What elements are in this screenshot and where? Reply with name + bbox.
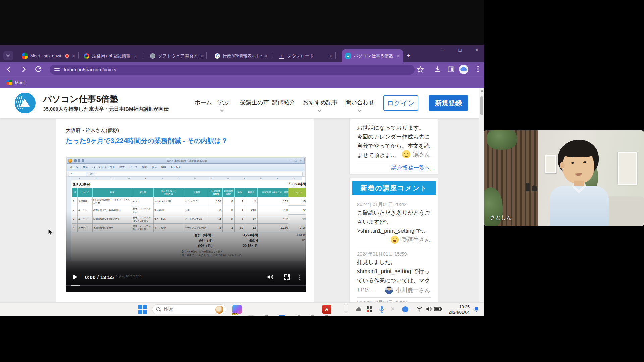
battery-icon[interactable] [434, 307, 442, 311]
tab-label: 行政API情報表示 | e- [223, 53, 262, 59]
start-button[interactable] [138, 305, 147, 314]
tab-houmukyoku[interactable]: 法務局 api 登記情報 × [80, 49, 143, 62]
person-ear [560, 162, 565, 169]
site-logo[interactable] [15, 93, 36, 113]
globe-icon [150, 53, 155, 59]
chevron-down-icon [6, 53, 10, 57]
address-bar[interactable]: forum.pc5bai.com/voice/ [50, 65, 415, 75]
play-icon[interactable] [73, 274, 77, 280]
tab-label: Meet - saz-enwt-i [30, 53, 62, 58]
participant-name-label: さとしん [490, 214, 512, 221]
nav-student-voice[interactable]: 受講生の声 [240, 99, 269, 106]
comment-date: 2024年01月01日 15:59 [357, 251, 407, 257]
author-name: 受講生さん [401, 236, 430, 244]
nav-contact[interactable]: 問い合わせ [345, 99, 374, 106]
tab-gyousei-api[interactable]: G 行政API情報表示 | e- × [211, 49, 271, 62]
open-app-indicator [265, 315, 268, 316]
scrollbar-thumb[interactable] [480, 96, 483, 115]
tab-separator [335, 52, 336, 59]
webcam-tile[interactable]: さとしん [484, 130, 644, 226]
article-location: 大阪府 - 鈴木さん(仮称) [66, 127, 119, 134]
maximize-button[interactable]: □ [455, 47, 465, 53]
comment-author: 受講生さん [391, 236, 430, 244]
nav-learn[interactable]: 学ぶ [217, 99, 229, 106]
tab-separator [271, 52, 271, 59]
menu-kebab-icon[interactable] [474, 64, 482, 73]
taskbar-clock[interactable]: 10:25 2024/01/04 [446, 304, 470, 315]
scroll-up-icon[interactable] [481, 89, 483, 92]
close-icon[interactable]: × [329, 53, 332, 59]
video-progress-bar[interactable] [66, 285, 306, 286]
divider [357, 248, 431, 248]
wifi-icon[interactable] [416, 306, 423, 312]
pc5bai-icon [345, 53, 351, 59]
tab-downloads[interactable]: ↓ ダウンロード × [276, 49, 335, 62]
clock-time: 10:25 [446, 304, 470, 310]
recording-icon [65, 54, 69, 58]
forward-icon[interactable] [19, 65, 28, 74]
browser-toolbar: forum.pc5bai.com/voice/ [0, 62, 484, 77]
acrobat-button[interactable]: A [322, 305, 331, 314]
tray-expand-button[interactable] [346, 306, 346, 312]
reload-icon[interactable] [34, 65, 43, 74]
participant-person [540, 140, 614, 226]
article-title-link[interactable]: たった9ヶ月で3,224時間分の業務削減 - その内訳は？ [66, 136, 228, 145]
search-daily-image [215, 306, 223, 314]
course-post-list-link[interactable]: 講座投稿一覧へ [391, 164, 430, 172]
task-view-button[interactable] [247, 314, 257, 316]
copilot-button[interactable]: PRE [232, 305, 242, 314]
video-menu-kebab-icon[interactable] [299, 275, 300, 280]
notification-bell-icon[interactable] [473, 306, 480, 313]
url-text: forum.pc5bai.com/voice/ [64, 67, 116, 72]
chevron-down-icon [358, 108, 361, 112]
author-name: 小川慶一さん [396, 286, 430, 294]
volume-icon[interactable] [266, 273, 274, 281]
site-info-icon[interactable] [54, 68, 60, 72]
bookmarks-bar: Meet [0, 77, 484, 88]
tab-meet[interactable]: Meet - saz-enwt-i × [19, 49, 78, 62]
fullscreen-icon[interactable] [284, 274, 290, 280]
microphone-icon[interactable] [379, 306, 384, 313]
onedrive-icon[interactable] [355, 306, 363, 312]
tab-pc5bai-active[interactable]: パソコン仕事５倍塾の受 × [342, 49, 403, 62]
window-controls: ─ □ × [438, 47, 481, 53]
split-screen-icon[interactable] [447, 65, 455, 74]
back-icon[interactable] [5, 65, 13, 74]
app-grid-icon[interactable] [367, 306, 373, 312]
blue-dot-app-icon[interactable] [402, 306, 408, 312]
new-tab-button[interactable]: + [407, 52, 411, 60]
bookmark-meet[interactable]: Meet [15, 80, 25, 85]
bookmark-star-icon[interactable] [416, 65, 425, 74]
tab-software[interactable]: ソフトウェア開発民間事 × [147, 49, 206, 62]
minimize-button[interactable]: ─ [438, 47, 448, 53]
taskbar-search[interactable]: 検索 [152, 304, 226, 314]
profile-avatar[interactable] [459, 65, 468, 74]
web-page: パソコン仕事5倍塾 35,000人を指導した東大卒・元日本IBM社内講師が直伝 … [0, 88, 484, 302]
tab-search-button[interactable] [3, 51, 13, 60]
nav-home[interactable]: ホーム [195, 99, 212, 106]
downloads-icon[interactable] [433, 65, 442, 74]
close-icon[interactable]: × [265, 53, 268, 59]
chevron-down-icon [317, 108, 321, 112]
x-app-icon[interactable]: ✕ [390, 306, 395, 313]
sidebar-comments-card: 新着の講座コメント 2024年01月01日 20:42 ご確認いただきありがとう… [349, 178, 438, 302]
nav-recommended[interactable]: おすすめ記事 [303, 99, 338, 106]
speaker-icon[interactable] [425, 306, 432, 312]
close-icon[interactable]: × [72, 53, 75, 59]
nav-instructors[interactable]: 講師紹介 [272, 99, 295, 106]
letterbox-top [0, 0, 484, 45]
close-icon[interactable]: × [200, 53, 203, 59]
chevron-up-icon [346, 305, 346, 312]
comment-text: ご確認いただきありがとうございます(^^; >shmain1_print_set… [357, 208, 431, 235]
register-button[interactable]: 新規登録 [429, 95, 468, 111]
meet-stage: Meet - saz-enwt-i × 法務局 api 登記情報 × ソフトウェ… [0, 0, 644, 362]
tab-label: ダウンロード [287, 53, 314, 59]
login-button[interactable]: ログイン [383, 95, 418, 111]
close-icon[interactable]: × [134, 53, 137, 59]
video-player[interactable]: Sさん事例.xlsm - Microsoft Excel ─ □ × ホーム挿入… [66, 157, 306, 292]
url-host: forum.pc5bai.com [64, 67, 102, 72]
close-icon[interactable]: × [396, 53, 399, 59]
close-window-button[interactable]: × [472, 47, 481, 53]
comment-date: 2024年01月01日 20:42 [357, 201, 407, 208]
page-scrollbar[interactable] [479, 88, 484, 302]
